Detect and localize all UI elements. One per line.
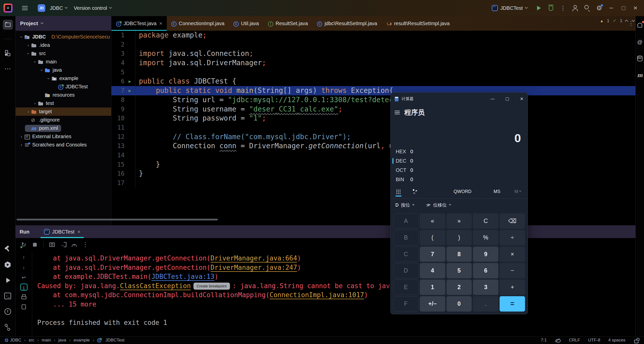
calc-key-c[interactable]: C [473,213,498,229]
calc-maximize-icon[interactable] [501,93,513,105]
search-icon[interactable] [582,3,592,13]
profiler-icon[interactable] [70,240,79,249]
more-actions-icon[interactable] [558,3,568,13]
project-panel-header[interactable]: Project [16,16,111,31]
console-output[interactable]: at java.sql.DriverManager.getConnection(… [32,251,433,336]
calc-key-9[interactable]: 9 [473,247,498,262]
calc-key-5[interactable]: 5 [447,263,472,278]
close-icon[interactable] [630,3,640,13]
run-line-icon[interactable]: ▶ [129,86,131,95]
file-encoding[interactable]: UTF-8 [588,338,600,343]
tree-item-target[interactable]: ›target [16,107,111,116]
calc-minimize-icon[interactable]: — [487,93,498,105]
calc-key-[interactable]: ) [447,230,472,245]
calc-close-icon[interactable]: × [516,93,528,105]
tree-item-test[interactable]: ›test [16,99,111,107]
scroll-to-end-icon[interactable] [20,284,27,291]
bit-toggle-keypad-icon[interactable] [412,189,418,194]
calc-menu-icon[interactable] [395,111,400,114]
radix-row-dec[interactable]: DEC0 [391,156,528,166]
database-icon[interactable] [635,53,644,63]
chevron-icon[interactable]: › [25,43,31,48]
run-tab[interactable]: JDBCTest × [41,225,84,238]
breadcrumb-item-src[interactable]: src [29,338,34,343]
editor-tab-util-java[interactable]: Util.java [229,16,263,31]
line-separator[interactable]: CRLF [569,338,580,343]
calc-key-c[interactable]: C [393,247,419,262]
calc-key-[interactable]: ⌫ [500,213,525,229]
calc-key-[interactable]: % [473,230,498,245]
prev-problem-icon[interactable] [625,20,628,23]
build-tool-icon[interactable] [3,244,13,254]
stacktrace-link[interactable]: DriverManager.java:247 [211,264,297,271]
tree-item-jdbc[interactable]: ›JDBCD:\ComputerScience\securit [16,33,111,41]
chevron-icon[interactable]: › [19,142,24,147]
stacktrace-link[interactable]: JDBCTest.java:13 [151,273,214,280]
stacktrace-link[interactable]: ClassCastException [120,282,191,290]
calc-key-6[interactable]: 6 [473,263,498,278]
calc-key-1[interactable]: 1 [420,280,445,295]
debug-icon[interactable] [546,3,556,13]
ai-assistant-icon[interactable] [635,37,644,47]
tree-item-scratches-and-consoles[interactable]: ›Scratches and Consoles [16,141,111,149]
tree-item-main[interactable]: ›main [16,58,111,66]
chevron-icon[interactable]: › [32,101,38,106]
calc-key-[interactable]: +/− [420,296,445,312]
tree-item-src[interactable]: ›src [16,49,111,58]
calc-key-[interactable]: ( [420,230,445,245]
editor-tab-resultset-java[interactable]: ResultSet.java [263,16,312,31]
bitwise-menu[interactable]: 按位 [396,202,414,208]
tree-item-idea[interactable]: ›.idea [16,41,111,49]
project-tool-icon[interactable] [3,20,13,30]
calc-key-0[interactable]: 0 [447,296,472,312]
breadcrumb-item-main[interactable]: main [42,338,51,343]
clear-console-icon[interactable] [20,303,27,310]
calc-mode-label[interactable]: 程序员 [404,108,425,117]
run-line-icon[interactable]: ▶ [129,77,131,86]
tree-item-example[interactable]: ›example [16,74,111,83]
chevron-icon[interactable]: › [32,59,37,65]
calc-key-[interactable]: « [420,213,445,229]
terminal-tool-icon[interactable] [3,291,13,301]
readonly-lock-icon[interactable] [633,338,639,343]
more-options-icon[interactable] [81,240,90,249]
radix-row-hex[interactable]: HEX0 [391,147,528,156]
calc-key-d[interactable]: D [393,263,419,278]
editor-tab-connectionimpl-java[interactable]: ConnectionImpl.java [167,16,229,31]
run-icon[interactable] [534,3,544,13]
notifications-icon[interactable] [635,20,644,30]
calc-key-[interactable]: . [473,296,498,312]
calc-key-b[interactable]: B [393,230,419,245]
editor-tab-result-resultsetimpl-java[interactable]: result\ResultSetImpl.java [382,16,454,31]
more-tools-icon[interactable] [3,64,13,74]
calc-key-f[interactable]: F [393,296,419,312]
print-icon[interactable] [20,293,27,300]
scroll-up-icon[interactable]: ↑ [20,254,27,261]
calc-key-[interactable]: » [447,213,472,229]
add-user-icon[interactable] [570,3,580,13]
stacktrace-link[interactable]: DriverManager.java:664 [211,254,297,262]
services-tool-icon[interactable] [3,260,13,270]
maximize-icon[interactable] [618,3,628,13]
calc-key-4[interactable]: 4 [420,263,445,278]
code-editor[interactable]: 1package example;23import java.sql.Conne… [111,31,635,188]
calc-key-a[interactable]: A [393,213,419,229]
chevron-icon[interactable]: › [19,34,24,40]
inspections-widget[interactable]: ▲ 1 ✓ 1 [600,18,634,23]
chevron-icon[interactable]: › [25,109,31,114]
memory-menu-button[interactable]: M [514,189,521,194]
tree-item-resources[interactable]: resources [16,91,111,99]
full-keypad-icon[interactable] [396,189,401,194]
thread-dump-icon[interactable] [48,240,57,249]
calc-key-2[interactable]: 2 [447,280,472,295]
calc-key-e[interactable]: E [393,280,419,295]
stop-icon[interactable] [30,240,39,249]
calculator-title-bar[interactable]: 计算器 — × [391,93,528,105]
scroll-down-icon[interactable]: ↓ [20,264,27,271]
breadcrumb-item-java[interactable]: java [58,338,66,343]
horizontal-scrollbar[interactable] [17,219,218,220]
close-tab-icon[interactable]: × [77,229,80,235]
breadcrumb-item-example[interactable]: example [73,338,90,343]
radix-row-bin[interactable]: BIN0 [391,175,528,184]
bitshift-menu[interactable]: ≫ 位移位 [426,202,451,208]
